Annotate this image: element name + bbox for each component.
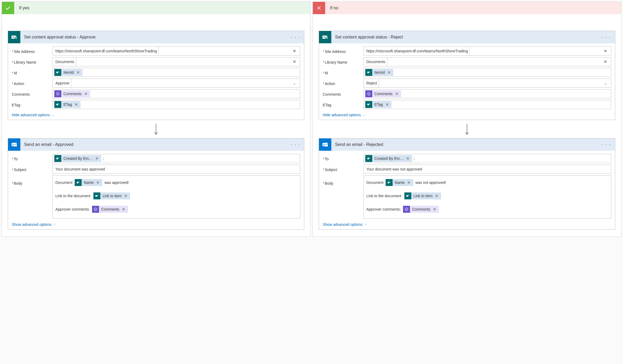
comments-input[interactable]: Comments ✕ xyxy=(52,89,300,98)
branch-title-no: If no xyxy=(330,6,338,10)
clear-icon[interactable]: ✕ xyxy=(291,49,298,53)
remove-token-icon[interactable]: ✕ xyxy=(84,92,88,96)
site-address-input[interactable]: https://microsoft.sharepoint-df.com/team… xyxy=(52,47,300,56)
body-input[interactable]: Document Name ✕ was not approved! Link t… xyxy=(363,175,611,219)
sharepoint-token-icon xyxy=(93,192,100,199)
hide-advanced-options-link[interactable]: Hide advanced options ︿ xyxy=(323,113,365,117)
svg-text:S: S xyxy=(323,36,325,38)
sharepoint-token-icon xyxy=(54,69,61,76)
subject-input[interactable]: Your document was not approved xyxy=(363,165,611,174)
label-comments: Comments xyxy=(323,91,363,96)
action-value: Reject xyxy=(366,81,377,85)
to-input[interactable]: Created By Em… ✕ ; xyxy=(52,154,300,163)
token-link-to-item[interactable]: Link to item ✕ xyxy=(93,192,130,199)
token-comments[interactable]: Comments ✕ xyxy=(54,90,90,97)
remove-token-icon[interactable]: ✕ xyxy=(395,92,399,96)
arrow-down-icon xyxy=(464,123,470,135)
label-id: Id xyxy=(323,70,363,75)
library-name-input[interactable]: Documents ✕ xyxy=(52,57,300,66)
more-menu-button[interactable]: · · · xyxy=(601,142,612,148)
token-itemid[interactable]: ItemId ✕ xyxy=(365,69,393,76)
token-approver-comments[interactable]: Comments ✕ xyxy=(92,206,128,213)
to-input[interactable]: Created By Em… ✕ ; xyxy=(363,154,611,163)
id-input[interactable]: ItemId ✕ xyxy=(52,68,300,77)
branch-header-yes: If yes xyxy=(2,2,310,14)
token-itemid[interactable]: ItemId ✕ xyxy=(54,69,82,76)
token-created-by-email[interactable]: Created By Em… ✕ xyxy=(365,155,412,162)
card-title: Send an email - Approved xyxy=(24,142,286,147)
remove-token-icon[interactable]: ✕ xyxy=(385,102,389,107)
svg-point-14 xyxy=(58,158,59,159)
subject-value: Your document was approved xyxy=(55,167,105,171)
remove-token-icon[interactable]: ✕ xyxy=(435,192,439,200)
to-suffix: ; xyxy=(103,156,104,161)
remove-token-icon[interactable]: ✕ xyxy=(407,179,411,186)
comments-input[interactable]: Comments ✕ xyxy=(363,89,611,98)
remove-token-icon[interactable]: ✕ xyxy=(406,156,410,161)
svg-rect-13 xyxy=(56,158,58,159)
remove-token-icon[interactable]: ✕ xyxy=(76,70,80,75)
chevron-up-icon: ︿ xyxy=(51,113,54,117)
etag-input[interactable]: ETag ✕ xyxy=(363,100,611,109)
clear-icon[interactable]: ✕ xyxy=(602,49,609,53)
chevron-down-icon[interactable]: ⌄ xyxy=(291,81,298,85)
site-address-input[interactable]: https://microsoft.sharepoint-df.com/team… xyxy=(363,47,611,56)
remove-token-icon[interactable]: ✕ xyxy=(95,156,99,161)
sharepoint-token-icon xyxy=(75,179,82,186)
clear-icon[interactable]: ✕ xyxy=(602,59,609,64)
id-input[interactable]: ItemId ✕ xyxy=(363,68,611,77)
label-etag: ETag xyxy=(12,102,52,107)
more-menu-button[interactable]: · · · xyxy=(601,34,612,40)
svg-rect-29 xyxy=(367,104,369,105)
card-approval-reject: S Set content approval status - Reject ·… xyxy=(319,31,615,120)
svg-text:O: O xyxy=(323,144,325,146)
show-advanced-options-link[interactable]: Show advanced options ﹀ xyxy=(12,222,56,227)
approvals-token-icon xyxy=(92,206,99,213)
action-select[interactable]: Approve ⌄ xyxy=(52,79,300,88)
token-etag[interactable]: ETag ✕ xyxy=(54,101,81,108)
hide-advanced-options-link[interactable]: Hide advanced options ︿ xyxy=(12,113,54,117)
remove-token-icon[interactable]: ✕ xyxy=(74,102,78,107)
branch-if-yes: If yes S Set content approval status - A… xyxy=(2,2,310,237)
subject-input[interactable]: Your document was approved xyxy=(52,165,300,174)
sharepoint-token-icon xyxy=(365,101,372,108)
label-action: Action xyxy=(323,80,363,86)
library-name-input[interactable]: Documents ✕ xyxy=(363,57,611,66)
svg-marker-19 xyxy=(94,208,97,211)
card-header[interactable]: O Send an email - Rejected · · · xyxy=(319,138,615,151)
show-advanced-options-link[interactable]: Show advanced options ﹀ xyxy=(323,222,367,227)
clear-icon[interactable]: ✕ xyxy=(291,59,298,64)
sharepoint-icon: S xyxy=(319,31,331,43)
token-comments[interactable]: Comments ✕ xyxy=(365,90,401,97)
more-menu-button[interactable]: · · · xyxy=(290,34,301,40)
token-created-by-email[interactable]: Created By Em… ✕ xyxy=(54,155,101,162)
sharepoint-token-icon xyxy=(365,155,372,162)
library-name-value: Documents xyxy=(55,60,74,64)
sharepoint-token-icon xyxy=(54,101,61,108)
token-link-to-item[interactable]: Link to item ✕ xyxy=(404,192,441,199)
card-header[interactable]: S Set content approval status - Approve … xyxy=(8,31,304,43)
label-id: Id xyxy=(12,70,52,75)
token-name[interactable]: Name ✕ xyxy=(386,179,413,186)
chevron-down-icon[interactable]: ⌄ xyxy=(602,81,609,85)
remove-token-icon[interactable]: ✕ xyxy=(96,179,100,186)
svg-marker-28 xyxy=(367,92,370,95)
body-input[interactable]: Document Name ✕ was approved! Link to th… xyxy=(52,175,300,219)
card-header[interactable]: O Send an email - Approved · · · xyxy=(8,138,304,151)
label-etag: ETag xyxy=(323,102,363,107)
action-select[interactable]: Reject ⌄ xyxy=(363,79,611,88)
sharepoint-icon: S xyxy=(8,31,20,43)
etag-input[interactable]: ETag ✕ xyxy=(52,100,300,109)
remove-token-icon[interactable]: ✕ xyxy=(121,206,126,213)
card-title: Send an email - Rejected xyxy=(335,142,597,147)
remove-token-icon[interactable]: ✕ xyxy=(387,70,391,75)
remove-token-icon[interactable]: ✕ xyxy=(432,206,437,213)
svg-point-3 xyxy=(15,37,17,39)
token-name[interactable]: Name ✕ xyxy=(75,179,102,186)
remove-token-icon[interactable]: ✕ xyxy=(124,192,128,200)
card-header[interactable]: S Set content approval status - Reject ·… xyxy=(319,31,615,43)
token-approver-comments[interactable]: Comments ✕ xyxy=(403,206,439,213)
card-approval-approve: S Set content approval status - Approve … xyxy=(8,31,304,120)
more-menu-button[interactable]: · · · xyxy=(290,142,301,148)
token-etag[interactable]: ETag ✕ xyxy=(365,101,392,108)
